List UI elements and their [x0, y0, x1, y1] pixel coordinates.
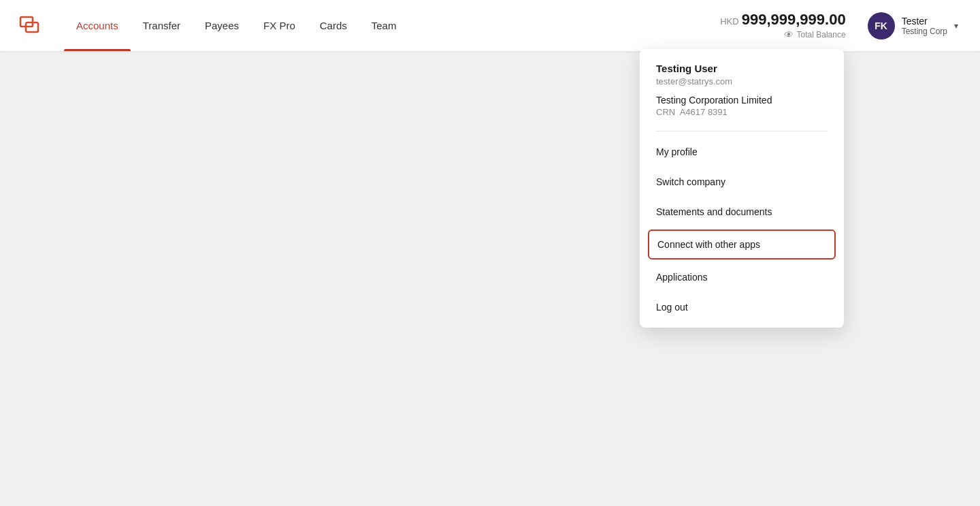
- nav-item-transfer[interactable]: Transfer: [131, 0, 193, 51]
- dropdown-company-name: Testing Corporation Limited: [656, 95, 828, 106]
- nav-item-fxpro[interactable]: FX Pro: [251, 0, 308, 51]
- dropdown-divider: [656, 131, 828, 131]
- user-info: Tester Testing Corp: [902, 16, 947, 36]
- avatar: FK: [868, 12, 895, 39]
- user-name: Tester: [902, 16, 947, 27]
- crn-label: CRN: [656, 107, 675, 117]
- balance-section: HKD 999,999,999.00 👁 Total Balance: [720, 11, 845, 39]
- dropdown-item-statements[interactable]: Statements and documents: [640, 197, 844, 227]
- dropdown-item-connect-apps[interactable]: Connect with other apps: [648, 230, 836, 259]
- balance-amount: 999,999,999.00: [742, 11, 846, 29]
- nav-item-cards[interactable]: Cards: [308, 0, 359, 51]
- nav-item-accounts[interactable]: Accounts: [64, 0, 131, 51]
- nav-item-team[interactable]: Team: [359, 0, 409, 51]
- user-dropdown-menu: Testing User tester@statrys.com Testing …: [640, 49, 844, 328]
- crn-value: A4617 8391: [680, 107, 728, 117]
- dropdown-item-logout[interactable]: Log out: [640, 292, 844, 322]
- eye-icon[interactable]: 👁: [784, 29, 794, 40]
- user-menu-button[interactable]: FK Tester Testing Corp ▾: [862, 10, 964, 42]
- main-nav: Accounts Transfer Payees FX Pro Cards Te…: [64, 0, 720, 51]
- dropdown-user-section: Testing User tester@statrys.com Testing …: [640, 60, 844, 128]
- user-company: Testing Corp: [902, 27, 947, 36]
- dropdown-company-crn: CRN A4617 8391: [656, 107, 828, 117]
- logo[interactable]: [16, 12, 45, 40]
- header: Accounts Transfer Payees FX Pro Cards Te…: [0, 0, 980, 51]
- nav-item-payees[interactable]: Payees: [193, 0, 251, 51]
- dropdown-user-name: Testing User: [656, 63, 828, 74]
- balance-label: Total Balance: [797, 30, 846, 39]
- dropdown-item-my-profile[interactable]: My profile: [640, 137, 844, 167]
- balance-currency: HKD: [720, 16, 738, 27]
- dropdown-item-applications[interactable]: Applications: [640, 262, 844, 292]
- dropdown-item-switch-company[interactable]: Switch company: [640, 167, 844, 197]
- header-right: HKD 999,999,999.00 👁 Total Balance FK Te…: [720, 10, 964, 42]
- dropdown-user-email: tester@statrys.com: [656, 76, 828, 86]
- chevron-down-icon: ▾: [954, 21, 958, 31]
